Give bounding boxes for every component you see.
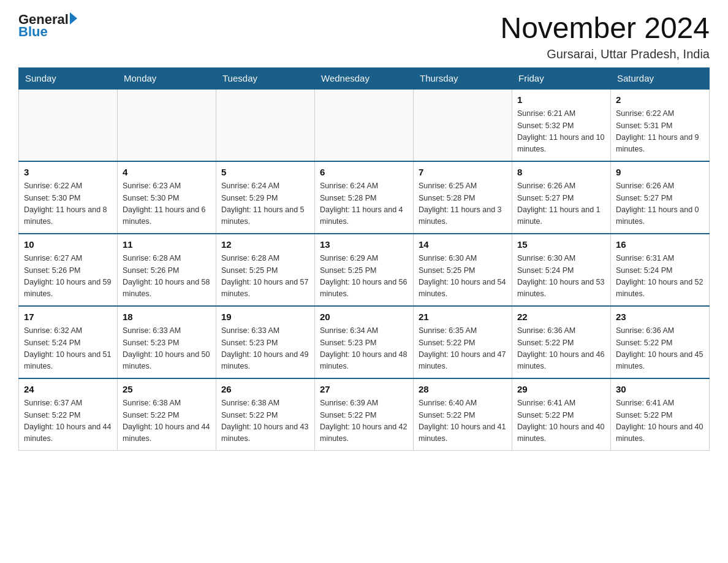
day-number: 5 <box>221 166 309 180</box>
day-info: Sunrise: 6:25 AMSunset: 5:28 PMDaylight:… <box>419 180 507 228</box>
day-info: Sunrise: 6:32 AMSunset: 5:24 PMDaylight:… <box>24 325 112 373</box>
day-number: 18 <box>123 310 211 324</box>
day-number: 3 <box>24 166 112 180</box>
day-number: 25 <box>123 383 211 397</box>
day-info: Sunrise: 6:26 AMSunset: 5:27 PMDaylight:… <box>517 180 605 228</box>
day-number: 10 <box>24 238 112 252</box>
logo: General Blue <box>18 12 77 39</box>
day-number: 16 <box>616 238 704 252</box>
day-info: Sunrise: 6:21 AMSunset: 5:32 PMDaylight:… <box>517 108 605 156</box>
day-info: Sunrise: 6:37 AMSunset: 5:22 PMDaylight:… <box>24 397 112 445</box>
day-number: 27 <box>320 383 408 397</box>
calendar-cell: 9Sunrise: 6:26 AMSunset: 5:27 PMDaylight… <box>611 161 710 234</box>
calendar-header-saturday: Saturday <box>611 67 710 89</box>
day-number: 2 <box>616 93 704 107</box>
calendar-cell: 24Sunrise: 6:37 AMSunset: 5:22 PMDayligh… <box>19 378 118 451</box>
day-info: Sunrise: 6:36 AMSunset: 5:22 PMDaylight:… <box>616 325 704 373</box>
day-info: Sunrise: 6:41 AMSunset: 5:22 PMDaylight:… <box>616 397 704 445</box>
calendar-cell: 14Sunrise: 6:30 AMSunset: 5:25 PMDayligh… <box>414 234 512 306</box>
calendar-cell: 10Sunrise: 6:27 AMSunset: 5:26 PMDayligh… <box>19 234 118 306</box>
day-number: 26 <box>221 383 309 397</box>
day-info: Sunrise: 6:24 AMSunset: 5:28 PMDaylight:… <box>320 180 408 228</box>
day-number: 19 <box>221 310 309 324</box>
calendar-header-sunday: Sunday <box>19 67 118 89</box>
calendar-cell: 19Sunrise: 6:33 AMSunset: 5:23 PMDayligh… <box>216 306 315 378</box>
day-info: Sunrise: 6:33 AMSunset: 5:23 PMDaylight:… <box>221 325 309 373</box>
title-block: November 2024 Gursarai, Uttar Pradesh, I… <box>500 12 710 61</box>
day-number: 8 <box>517 166 605 180</box>
calendar-header-row: SundayMondayTuesdayWednesdayThursdayFrid… <box>19 67 710 89</box>
calendar-cell: 21Sunrise: 6:35 AMSunset: 5:22 PMDayligh… <box>414 306 512 378</box>
calendar-table: SundayMondayTuesdayWednesdayThursdayFrid… <box>18 67 710 451</box>
calendar-cell: 11Sunrise: 6:28 AMSunset: 5:26 PMDayligh… <box>118 234 216 306</box>
calendar-cell: 18Sunrise: 6:33 AMSunset: 5:23 PMDayligh… <box>118 306 216 378</box>
day-info: Sunrise: 6:38 AMSunset: 5:22 PMDaylight:… <box>221 397 309 445</box>
day-info: Sunrise: 6:38 AMSunset: 5:22 PMDaylight:… <box>123 397 211 445</box>
week-row: 3Sunrise: 6:22 AMSunset: 5:30 PMDaylight… <box>19 161 710 234</box>
day-info: Sunrise: 6:29 AMSunset: 5:25 PMDaylight:… <box>320 253 408 301</box>
day-info: Sunrise: 6:34 AMSunset: 5:23 PMDaylight:… <box>320 325 408 373</box>
day-number: 22 <box>517 310 605 324</box>
month-year-title: November 2024 <box>500 12 710 45</box>
calendar-cell: 12Sunrise: 6:28 AMSunset: 5:25 PMDayligh… <box>216 234 315 306</box>
calendar-header-tuesday: Tuesday <box>216 67 315 89</box>
calendar-cell: 26Sunrise: 6:38 AMSunset: 5:22 PMDayligh… <box>216 378 315 451</box>
calendar-cell: 13Sunrise: 6:29 AMSunset: 5:25 PMDayligh… <box>315 234 414 306</box>
day-info: Sunrise: 6:35 AMSunset: 5:22 PMDaylight:… <box>419 325 507 373</box>
day-number: 24 <box>24 383 112 397</box>
day-info: Sunrise: 6:36 AMSunset: 5:22 PMDaylight:… <box>517 325 605 373</box>
week-row: 17Sunrise: 6:32 AMSunset: 5:24 PMDayligh… <box>19 306 710 378</box>
calendar-cell <box>315 89 414 161</box>
day-info: Sunrise: 6:24 AMSunset: 5:29 PMDaylight:… <box>221 180 309 228</box>
day-info: Sunrise: 6:40 AMSunset: 5:22 PMDaylight:… <box>419 397 507 445</box>
calendar-cell: 29Sunrise: 6:41 AMSunset: 5:22 PMDayligh… <box>512 378 611 451</box>
day-number: 14 <box>419 238 507 252</box>
day-number: 15 <box>517 238 605 252</box>
day-number: 4 <box>123 166 211 180</box>
calendar-cell: 4Sunrise: 6:23 AMSunset: 5:30 PMDaylight… <box>118 161 216 234</box>
calendar-cell <box>118 89 216 161</box>
page-header: General Blue November 2024 Gursarai, Utt… <box>18 12 710 61</box>
day-number: 11 <box>123 238 211 252</box>
day-info: Sunrise: 6:26 AMSunset: 5:27 PMDaylight:… <box>616 180 704 228</box>
day-info: Sunrise: 6:23 AMSunset: 5:30 PMDaylight:… <box>123 180 211 228</box>
calendar-cell <box>216 89 315 161</box>
day-number: 20 <box>320 310 408 324</box>
calendar-header-thursday: Thursday <box>414 67 512 89</box>
day-number: 23 <box>616 310 704 324</box>
day-number: 12 <box>221 238 309 252</box>
calendar-cell: 15Sunrise: 6:30 AMSunset: 5:24 PMDayligh… <box>512 234 611 306</box>
day-info: Sunrise: 6:30 AMSunset: 5:24 PMDaylight:… <box>517 253 605 301</box>
calendar-cell: 30Sunrise: 6:41 AMSunset: 5:22 PMDayligh… <box>611 378 710 451</box>
calendar-header-friday: Friday <box>512 67 611 89</box>
day-number: 29 <box>517 383 605 397</box>
day-info: Sunrise: 6:33 AMSunset: 5:23 PMDaylight:… <box>123 325 211 373</box>
day-number: 21 <box>419 310 507 324</box>
week-row: 1Sunrise: 6:21 AMSunset: 5:32 PMDaylight… <box>19 89 710 161</box>
day-number: 17 <box>24 310 112 324</box>
calendar-cell: 16Sunrise: 6:31 AMSunset: 5:24 PMDayligh… <box>611 234 710 306</box>
calendar-cell: 23Sunrise: 6:36 AMSunset: 5:22 PMDayligh… <box>611 306 710 378</box>
day-number: 13 <box>320 238 408 252</box>
calendar-cell: 5Sunrise: 6:24 AMSunset: 5:29 PMDaylight… <box>216 161 315 234</box>
calendar-cell: 7Sunrise: 6:25 AMSunset: 5:28 PMDaylight… <box>414 161 512 234</box>
day-info: Sunrise: 6:30 AMSunset: 5:25 PMDaylight:… <box>419 253 507 301</box>
day-number: 30 <box>616 383 704 397</box>
day-info: Sunrise: 6:28 AMSunset: 5:25 PMDaylight:… <box>221 253 309 301</box>
calendar-cell: 8Sunrise: 6:26 AMSunset: 5:27 PMDaylight… <box>512 161 611 234</box>
day-number: 9 <box>616 166 704 180</box>
day-info: Sunrise: 6:41 AMSunset: 5:22 PMDaylight:… <box>517 397 605 445</box>
calendar-cell <box>19 89 118 161</box>
day-info: Sunrise: 6:39 AMSunset: 5:22 PMDaylight:… <box>320 397 408 445</box>
day-info: Sunrise: 6:28 AMSunset: 5:26 PMDaylight:… <box>123 253 211 301</box>
calendar-cell: 20Sunrise: 6:34 AMSunset: 5:23 PMDayligh… <box>315 306 414 378</box>
calendar-cell: 1Sunrise: 6:21 AMSunset: 5:32 PMDaylight… <box>512 89 611 161</box>
calendar-cell: 17Sunrise: 6:32 AMSunset: 5:24 PMDayligh… <box>19 306 118 378</box>
calendar-cell: 2Sunrise: 6:22 AMSunset: 5:31 PMDaylight… <box>611 89 710 161</box>
location-subtitle: Gursarai, Uttar Pradesh, India <box>500 47 710 61</box>
day-number: 1 <box>517 93 605 107</box>
week-row: 10Sunrise: 6:27 AMSunset: 5:26 PMDayligh… <box>19 234 710 306</box>
day-number: 7 <box>419 166 507 180</box>
calendar-cell: 3Sunrise: 6:22 AMSunset: 5:30 PMDaylight… <box>19 161 118 234</box>
day-info: Sunrise: 6:31 AMSunset: 5:24 PMDaylight:… <box>616 253 704 301</box>
